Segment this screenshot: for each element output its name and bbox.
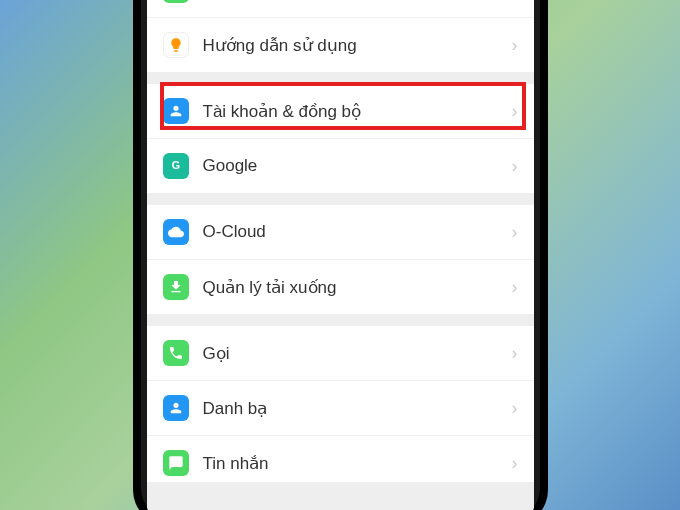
chevron-right-icon: › bbox=[512, 101, 518, 122]
chevron-right-icon: › bbox=[512, 453, 518, 474]
setting-item-o-cloud[interactable]: O-Cloud › bbox=[147, 205, 534, 260]
setting-item-google[interactable]: G Google › bbox=[147, 139, 534, 193]
setting-label: Hướng dẫn sử dụng bbox=[203, 35, 512, 56]
message-icon bbox=[163, 450, 189, 476]
chevron-right-icon: › bbox=[512, 343, 518, 364]
setting-item-accounts-sync[interactable]: Tài khoản & đồng bộ › bbox=[147, 84, 534, 139]
refresh-icon bbox=[163, 0, 189, 3]
setting-label: Gọi bbox=[203, 343, 512, 364]
setting-item-system-update[interactable]: Cập nhật hệ thống › bbox=[147, 0, 534, 18]
settings-group: O-Cloud › Quản lý tải xuống › bbox=[147, 205, 534, 314]
setting-label: Quản lý tải xuống bbox=[203, 277, 512, 298]
chevron-right-icon: › bbox=[512, 35, 518, 56]
setting-label: O-Cloud bbox=[203, 222, 512, 242]
setting-label: Tin nhắn bbox=[203, 453, 512, 474]
setting-label: Google bbox=[203, 156, 512, 176]
settings-group: Cập nhật hệ thống › Hướng dẫn sử dụng › bbox=[147, 0, 534, 72]
setting-item-download-manager[interactable]: Quản lý tải xuống › bbox=[147, 260, 534, 314]
chevron-right-icon: › bbox=[512, 222, 518, 243]
chevron-right-icon: › bbox=[512, 0, 518, 1]
bulb-icon bbox=[163, 32, 189, 58]
settings-group: Tài khoản & đồng bộ › G Google › bbox=[147, 84, 534, 193]
setting-label: Danh bạ bbox=[203, 398, 512, 419]
download-icon bbox=[163, 274, 189, 300]
contact-icon bbox=[163, 395, 189, 421]
phone-inner: Cập nhật hệ thống › Hướng dẫn sử dụng › bbox=[141, 0, 540, 510]
person-icon bbox=[163, 98, 189, 124]
phone-icon bbox=[163, 340, 189, 366]
screen: Cập nhật hệ thống › Hướng dẫn sử dụng › bbox=[147, 0, 534, 510]
google-icon: G bbox=[163, 153, 189, 179]
setting-item-user-guide[interactable]: Hướng dẫn sử dụng › bbox=[147, 18, 534, 72]
settings-list[interactable]: Cập nhật hệ thống › Hướng dẫn sử dụng › bbox=[147, 0, 534, 510]
chevron-right-icon: › bbox=[512, 277, 518, 298]
cloud-icon bbox=[163, 219, 189, 245]
chevron-right-icon: › bbox=[512, 398, 518, 419]
setting-item-messages[interactable]: Tin nhắn › bbox=[147, 436, 534, 482]
setting-label: Cập nhật hệ thống bbox=[203, 0, 512, 1]
settings-group: Gọi › Danh bạ › Tin nhắn bbox=[147, 326, 534, 482]
setting-label: Tài khoản & đồng bộ bbox=[203, 101, 512, 122]
setting-item-contacts[interactable]: Danh bạ › bbox=[147, 381, 534, 436]
setting-item-call[interactable]: Gọi › bbox=[147, 326, 534, 381]
svg-text:G: G bbox=[171, 159, 179, 171]
chevron-right-icon: › bbox=[512, 156, 518, 177]
phone-frame: Cập nhật hệ thống › Hướng dẫn sử dụng › bbox=[133, 0, 548, 510]
